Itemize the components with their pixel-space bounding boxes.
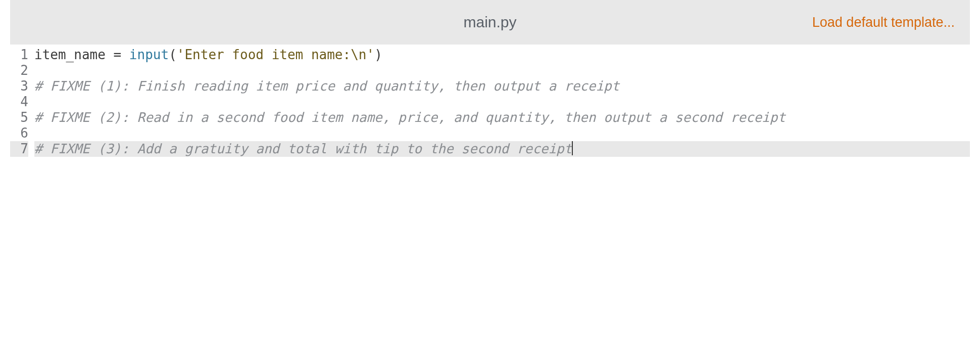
code-line[interactable]: # FIXME (1): Finish reading item price a… (34, 78, 970, 94)
token-comment: # FIXME (3): Add a gratuity and total wi… (34, 141, 572, 156)
token-string: 'Enter food item name:\n' (177, 47, 374, 62)
token-paren: ) (374, 47, 382, 62)
line-number: 3 (10, 78, 28, 94)
code-editor: main.py Load default template... 1 2 3 4… (10, 0, 970, 157)
token-variable: item_name (34, 47, 106, 62)
editor-tab-bar: main.py Load default template... (10, 0, 970, 45)
line-gutter: 1 2 3 4 5 6 7 (10, 45, 31, 157)
line-number: 7 (10, 141, 28, 157)
code-area[interactable]: 1 2 3 4 5 6 7 item_name = input('Enter f… (10, 45, 970, 157)
token-comment: # FIXME (2): Read in a second food item … (34, 110, 786, 125)
line-number: 4 (10, 94, 28, 110)
code-content[interactable]: item_name = input('Enter food item name:… (31, 45, 970, 157)
code-line[interactable] (34, 63, 970, 78)
token-paren: ( (169, 47, 177, 62)
line-number: 2 (10, 63, 28, 78)
token-operator: = (114, 47, 122, 62)
code-line[interactable] (34, 125, 970, 141)
token-function: input (129, 47, 169, 62)
line-number: 5 (10, 110, 28, 125)
load-template-link[interactable]: Load default template... (812, 15, 955, 30)
token-comment: # FIXME (1): Finish reading item price a… (34, 78, 619, 94)
code-line[interactable]: # FIXME (2): Read in a second food item … (34, 110, 970, 125)
code-line[interactable]: # FIXME (3): Add a gratuity and total wi… (34, 141, 970, 157)
code-line[interactable]: item_name = input('Enter food item name:… (34, 47, 970, 63)
text-cursor (572, 141, 573, 155)
line-number: 6 (10, 125, 28, 141)
file-title: main.py (463, 14, 516, 31)
line-number: 1 (10, 47, 28, 63)
code-line[interactable] (34, 94, 970, 110)
